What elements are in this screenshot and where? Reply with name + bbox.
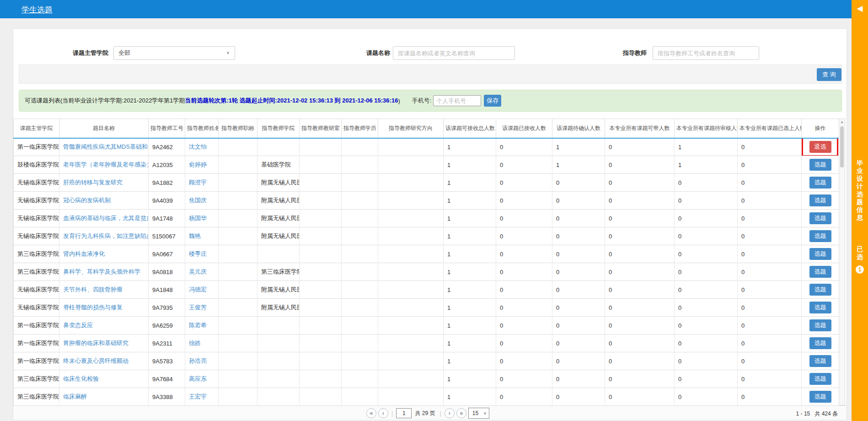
app-window: 学生选题 ◀ 毕业设计选题信息 已选 1 课题主管学院 全部 ▼ 课题名称 指导… bbox=[0, 0, 868, 421]
table-cell bbox=[219, 299, 257, 317]
pager-first-button[interactable]: « bbox=[366, 408, 376, 418]
table-row: 无锡临床医学院关节外科、四肢骨肿瘤9A1848冯德宏附属无锡人民医院100000… bbox=[14, 281, 839, 299]
select-topic-button[interactable]: 选题 bbox=[809, 337, 831, 349]
teacher-name-link[interactable]: 俞婷婷 bbox=[189, 161, 207, 168]
teacher-name-link[interactable]: 冯德宏 bbox=[189, 286, 207, 293]
save-phone-button[interactable]: 保存 bbox=[484, 95, 501, 107]
topic-name-link[interactable]: 骨髓衰竭性疾病尤其MDS基础和临床研究 bbox=[63, 143, 149, 150]
table-cell bbox=[342, 335, 378, 352]
topic-search-input[interactable] bbox=[393, 46, 515, 60]
table-cell: 0 bbox=[496, 263, 552, 281]
select-topic-button[interactable]: 选题 bbox=[809, 159, 831, 171]
teacher-name-link[interactable]: 徐皓 bbox=[189, 340, 201, 346]
select-topic-button[interactable]: 选题 bbox=[809, 302, 831, 313]
teacher-name-link[interactable]: 吴元庆 bbox=[189, 268, 207, 275]
side-tab-panel[interactable]: ◀ 毕业设计选题信息 已选 1 bbox=[852, 0, 868, 421]
table-cell: 0 bbox=[605, 263, 675, 281]
teacher-name-link[interactable]: 杨国华 bbox=[189, 215, 207, 221]
page-number-input[interactable] bbox=[396, 408, 412, 418]
select-topic-button[interactable]: 选题 bbox=[809, 284, 831, 296]
teacher-name-link[interactable]: 顾澄宇 bbox=[189, 179, 207, 186]
table-cell: 第一临床医学院 bbox=[14, 138, 59, 156]
select-topic-button[interactable]: 选题 bbox=[809, 391, 831, 403]
table-cell: 0 bbox=[552, 192, 605, 210]
topic-name-link[interactable]: 鼻科学、耳科学及头颈外科学 bbox=[63, 268, 140, 275]
withdraw-button[interactable]: 退选 bbox=[809, 141, 831, 153]
table-cell: 0 bbox=[605, 299, 675, 317]
table-cell: 0 bbox=[496, 210, 552, 227]
topic-name-link[interactable]: 血液病的基础与临床，尤其是贫血性疾病 bbox=[63, 215, 149, 221]
select-topic-button[interactable]: 选题 bbox=[809, 248, 831, 260]
teacher-name-cell: 陈若希 bbox=[185, 317, 219, 335]
select-topic-button[interactable]: 选题 bbox=[809, 319, 831, 331]
column-header: 该课题已接收人数 bbox=[496, 119, 552, 138]
teacher-name-link[interactable]: 陈若希 bbox=[189, 322, 207, 329]
pager-last-button[interactable]: » bbox=[456, 408, 466, 418]
teacher-name-link[interactable]: 孙浩亮 bbox=[189, 357, 207, 364]
table-cell bbox=[342, 370, 378, 388]
column-header: 指导教师教研室 bbox=[300, 119, 342, 138]
topic-name-link[interactable]: 脊柱脊髓的损伤与修复 bbox=[63, 304, 123, 311]
table-cell bbox=[378, 299, 444, 317]
select-topic-button[interactable]: 选题 bbox=[809, 194, 831, 206]
table-cell bbox=[378, 281, 444, 299]
topic-name-link[interactable]: 发育行为儿科疾病，如注意缺陷多动障碍 bbox=[63, 232, 149, 239]
table-scrollbar[interactable]: ▲ bbox=[839, 119, 845, 405]
select-topic-button[interactable]: 选题 bbox=[809, 266, 831, 278]
select-topic-button[interactable]: 选题 bbox=[809, 373, 831, 385]
teacher-name-link[interactable]: 沈文怡 bbox=[189, 143, 207, 150]
table-row: 无锡临床医学院冠心病的发病机制9A4039焦国庆附属无锡人民医院100000选题 bbox=[14, 192, 839, 210]
collapse-arrow-icon[interactable]: ◀ bbox=[852, 4, 868, 13]
table-cell bbox=[219, 192, 257, 210]
phone-input[interactable] bbox=[433, 95, 481, 106]
select-topic-button[interactable]: 选题 bbox=[809, 355, 831, 367]
select-topic-button[interactable]: 选题 bbox=[809, 177, 831, 189]
topic-name-link[interactable]: 肝癌的转移与复发研究 bbox=[63, 179, 123, 186]
table-cell: 0 bbox=[496, 388, 552, 406]
side-tab-vertical-label: 毕业设计选题信息 bbox=[852, 159, 868, 221]
scrollbar-thumb[interactable] bbox=[840, 126, 844, 167]
topic-name-link[interactable]: 临床生化检验 bbox=[63, 375, 99, 382]
action-cell: 选题 bbox=[802, 263, 839, 281]
select-topic-button[interactable]: 选题 bbox=[809, 230, 831, 242]
table-cell bbox=[342, 281, 378, 299]
topic-name-link[interactable]: 鼻变态反应 bbox=[63, 322, 93, 329]
scroll-up-icon[interactable]: ▲ bbox=[839, 119, 845, 125]
topic-name-link[interactable]: 肾内科血液净化 bbox=[63, 250, 105, 257]
topic-name-link[interactable]: 胃肿瘤的临床和基础研究 bbox=[63, 340, 129, 346]
teacher-name-link[interactable]: 魏艳 bbox=[189, 232, 201, 239]
total-pages-label: 共 29 页 bbox=[415, 410, 435, 417]
table-cell bbox=[300, 210, 342, 227]
topic-name-link[interactable]: 终末心衰及心房纤维颤动 bbox=[63, 357, 129, 364]
page-title[interactable]: 学生选题 bbox=[21, 5, 53, 15]
topic-name-link[interactable]: 冠心病的发病机制 bbox=[63, 197, 111, 204]
teacher-search-input[interactable] bbox=[653, 46, 759, 60]
page-size-value: 15 bbox=[472, 410, 478, 416]
table-cell bbox=[300, 370, 342, 388]
pager-prev-button[interactable]: ‹ bbox=[378, 408, 388, 418]
table-row: 第一临床医学院终末心衰及心房纤维颤动9A5783孙浩亮100000选题 bbox=[14, 352, 839, 370]
selected-count-badge[interactable]: 1 bbox=[856, 265, 864, 274]
table-row: 无锡临床医学院肝癌的转移与复发研究9A1882顾澄宇附属无锡人民医院100000… bbox=[14, 174, 839, 192]
filter-toolbar: 查 询 bbox=[19, 65, 842, 84]
column-header: 本专业所有课题待审核人数 bbox=[675, 119, 738, 138]
teacher-name-link[interactable]: 高应东 bbox=[189, 375, 207, 382]
topic-name-link[interactable]: 老年医学（老年肿瘤及老年感染） bbox=[63, 161, 149, 168]
teacher-name-link[interactable]: 王宏宇 bbox=[189, 393, 207, 400]
topic-name-link[interactable]: 关节外科、四肢骨肿瘤 bbox=[63, 286, 123, 293]
pager-next-button[interactable]: › bbox=[445, 408, 455, 418]
topic-name-link[interactable]: 临床麻醉 bbox=[63, 393, 87, 400]
table-cell: 附属无锡人民医院 bbox=[257, 192, 300, 210]
table-cell: 0 bbox=[496, 335, 552, 352]
teacher-name-link[interactable]: 楼季庄 bbox=[189, 250, 207, 257]
table-cell bbox=[342, 156, 378, 174]
select-topic-button[interactable]: 选题 bbox=[809, 212, 831, 224]
page-size-select[interactable]: 15 ∨ bbox=[468, 408, 489, 419]
teacher-name-link[interactable]: 焦国庆 bbox=[189, 197, 207, 204]
teacher-name-link[interactable]: 王俊芳 bbox=[189, 304, 207, 311]
college-filter-select[interactable]: 全部 ▼ bbox=[113, 46, 235, 60]
table-cell bbox=[300, 281, 342, 299]
teacher-name-cell: 楼季庄 bbox=[185, 245, 219, 263]
search-button[interactable]: 查 询 bbox=[817, 68, 841, 81]
topic-name-cell: 鼻变态反应 bbox=[59, 317, 149, 335]
